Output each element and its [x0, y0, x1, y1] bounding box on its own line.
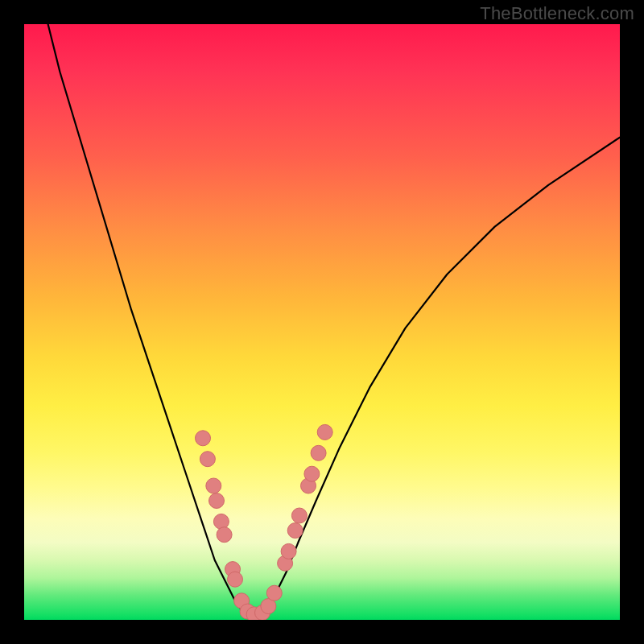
marker-layer — [196, 424, 333, 620]
marker-point — [291, 508, 307, 523]
series-right-curve — [262, 138, 620, 614]
plot-area — [24, 24, 620, 620]
marker-point — [200, 452, 215, 467]
marker-point — [213, 514, 229, 529]
marker-point — [304, 466, 320, 481]
marker-point — [311, 445, 326, 460]
marker-point — [209, 493, 225, 509]
marker-point — [196, 431, 211, 446]
marker-point — [228, 572, 243, 587]
marker-point — [217, 527, 232, 543]
marker-point — [281, 543, 296, 559]
watermark-text: TheBottleneck.com — [480, 3, 634, 24]
marker-point — [287, 523, 303, 539]
marker-point — [206, 478, 221, 493]
marker-point — [266, 585, 282, 601]
curve-layer — [48, 24, 620, 614]
marker-point — [317, 424, 332, 440]
chart-svg — [24, 24, 620, 620]
chart-frame: TheBottleneck.com — [0, 0, 644, 644]
